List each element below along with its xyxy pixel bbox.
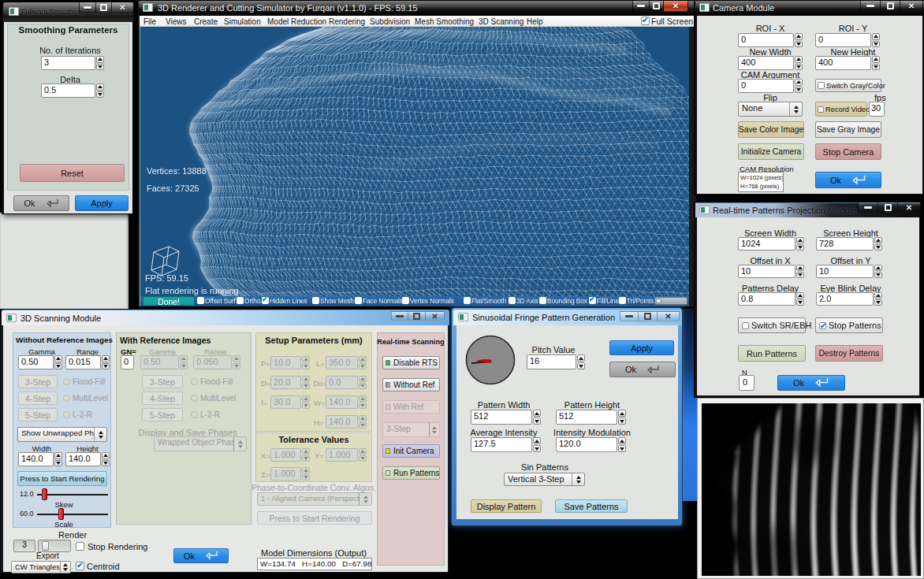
spinner-arrows[interactable] (795, 56, 803, 70)
fujiwara-ok-button[interactable]: Ok (13, 195, 69, 211)
wr-dropdown[interactable]: Wrapped Object Phase (154, 436, 247, 451)
spin-down-button[interactable] (533, 418, 541, 425)
offset-y-spinbox[interactable]: 10 (816, 265, 882, 278)
camera-maximize-button[interactable] (881, 1, 900, 11)
spin-up-button[interactable] (359, 356, 367, 362)
spin-up-button[interactable] (359, 415, 367, 421)
wo-phase-dropdown[interactable]: Show Unwrapped Phase (17, 427, 107, 442)
spin-down-button[interactable] (302, 383, 310, 389)
scale-slider[interactable] (37, 514, 108, 515)
phase-algo-dropdown[interactable]: 1 - Aligned Camera (Perspective (257, 492, 372, 506)
statusbar-slider-handle[interactable] (656, 299, 661, 303)
wr-3step-button[interactable]: 3-Step (142, 375, 183, 388)
spin-down-button[interactable] (618, 445, 626, 452)
spinner-arrows[interactable] (96, 84, 104, 98)
d-spinbox[interactable]: 20.0 (270, 376, 310, 389)
spinner-arrows[interactable] (359, 493, 371, 505)
stop-patterns-button[interactable]: Stop Patterns (815, 317, 883, 333)
spinner-arrows[interactable] (618, 410, 626, 425)
sin-close-button[interactable] (658, 311, 680, 321)
spin-up-button[interactable] (233, 355, 240, 362)
spinner-arrows[interactable] (359, 415, 367, 429)
menu-simulation[interactable]: Simulation (224, 17, 261, 26)
full-screen-checkbox[interactable] (641, 17, 650, 25)
initialize-camera-button[interactable]: Initialize Camera (738, 143, 804, 160)
delta-up[interactable] (96, 84, 104, 91)
spin-up-button[interactable] (302, 448, 310, 455)
render-slider[interactable] (38, 540, 71, 552)
scanning-close-button[interactable] (426, 311, 445, 321)
fps-value-box[interactable]: 30 (869, 102, 885, 117)
spinner-arrows[interactable] (796, 265, 804, 278)
spin-down-button[interactable] (577, 362, 585, 369)
spin-up-button[interactable] (872, 56, 880, 63)
cam-argument-spinbox[interactable]: 0 (738, 79, 803, 93)
spinner-arrows[interactable] (359, 356, 367, 369)
scanning-ok-button[interactable]: Ok (173, 548, 229, 563)
spin-down-button[interactable] (54, 460, 62, 467)
spinner-arrows[interactable] (795, 79, 803, 93)
wo-multilevel-radio[interactable] (63, 395, 70, 402)
scanning-maximize-button[interactable] (408, 311, 426, 321)
wo-floodfill-radio[interactable] (63, 378, 70, 385)
spinner-arrows[interactable] (618, 437, 626, 452)
tol-z-spinbox[interactable]: 1.000 (270, 467, 310, 481)
maximize-button[interactable] (650, 1, 664, 12)
spin-down-button[interactable] (102, 363, 110, 370)
spin-up-button[interactable] (872, 33, 880, 40)
spin-up-button[interactable] (359, 395, 367, 402)
iterations-down[interactable] (96, 64, 104, 71)
spinner-arrows[interactable] (102, 355, 110, 369)
fujiwara-minimize-button[interactable] (79, 2, 96, 13)
spin-up-button[interactable] (874, 237, 882, 243)
wr-4step-button[interactable]: 4-Step (142, 392, 183, 405)
spin-down-button[interactable] (872, 41, 880, 48)
save-patterns-button[interactable]: Save Patterns (555, 499, 628, 513)
spin-up-button[interactable] (359, 376, 367, 382)
spinner-arrows[interactable] (572, 473, 584, 485)
run-patterns-button[interactable]: Run Patterns (738, 345, 806, 362)
spin-up-button[interactable] (874, 292, 882, 299)
switch-gray-color-checkbox[interactable] (818, 82, 825, 89)
menu-file[interactable]: File (143, 17, 156, 26)
spinner-arrows[interactable] (874, 237, 882, 251)
spin-down-button[interactable] (533, 445, 541, 452)
pattern-width-spinbox[interactable]: 512 (471, 410, 541, 425)
destroy-patterns-button[interactable]: Destroy Patterns (815, 345, 883, 362)
wr-floodfill-radio[interactable] (191, 378, 198, 385)
rt-maximize-button[interactable] (878, 202, 898, 213)
sin-patterns-dropdown[interactable]: Vertical 3-Step (504, 473, 585, 486)
patterns-delay-spinbox[interactable]: 0.8 (738, 292, 804, 306)
spin-up-button[interactable] (618, 410, 626, 417)
spin-down-button[interactable] (233, 363, 240, 370)
screen-width-spinbox[interactable]: 1024 (738, 237, 804, 251)
do-spinbox[interactable]: 0.0 (326, 376, 367, 389)
spin-up-button[interactable] (302, 467, 310, 473)
spin-up-button[interactable] (102, 452, 110, 459)
spin-up-button[interactable] (577, 354, 585, 362)
scanning-minimize-button[interactable] (391, 311, 408, 321)
spin-down-button[interactable] (796, 272, 804, 278)
menu-rendering[interactable]: Rendering (329, 17, 365, 26)
spin-down-button[interactable] (874, 299, 882, 306)
flip-dropdown[interactable]: None (738, 102, 803, 117)
flat-smooth-checkbox[interactable] (464, 297, 471, 304)
centroid-checkbox[interactable] (76, 562, 84, 570)
minimize-button[interactable] (632, 1, 650, 12)
offset-x-spinbox[interactable]: 10 (738, 265, 804, 278)
roi-x-spinbox[interactable]: 0 (738, 33, 803, 47)
spinner-arrows[interactable] (60, 562, 70, 573)
tol-x-spinbox[interactable]: 1.000 (270, 448, 310, 462)
spinner-arrows[interactable] (54, 355, 62, 369)
ortho-checkbox[interactable] (237, 297, 244, 304)
switch-gray-color-button[interactable]: Switch Gray/Color (815, 79, 881, 92)
fujiwara-close-button[interactable] (112, 2, 134, 13)
scanning-titlebar[interactable]: 3D Scanning Module (2, 310, 449, 325)
spin-up-button[interactable] (302, 356, 310, 362)
save-gray-image-button[interactable]: Save Gray Image (815, 121, 881, 138)
spin-down-button[interactable] (302, 455, 310, 462)
pattern-height-spinbox[interactable]: 512 (556, 410, 626, 425)
spinner-arrows[interactable] (874, 292, 882, 306)
tol-y-spinbox[interactable]: 1.000 (326, 448, 367, 462)
phase-render-button[interactable]: Press to Start Rendering (257, 511, 372, 525)
